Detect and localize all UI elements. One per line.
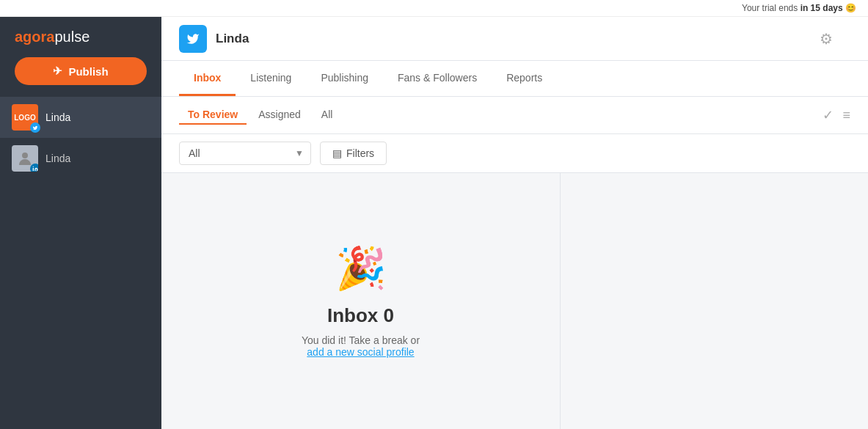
header-top: Linda ⚙ — [161, 17, 868, 61]
inbox-empty-state: 🎉 Inbox 0 You did it! Take a break or ad… — [161, 173, 560, 429]
inbox-filter-row: All ▼ ▤ Filters — [161, 134, 868, 173]
main-header: Linda ⚙ Inbox Listening Publishing Fans … — [161, 17, 868, 97]
check-circle-icon[interactable]: ✓ — [823, 107, 834, 123]
sidebar-accounts: LOGO Linda Linda — [0, 97, 161, 429]
tab-reports[interactable]: Reports — [492, 61, 557, 96]
trial-emoji: 😊 — [845, 3, 856, 13]
publish-label: Publish — [68, 65, 108, 78]
inbox-sub-tabs: To Review Assigned All — [179, 106, 341, 125]
trial-banner: Your trial ends in 15 days 😊 — [0, 0, 868, 17]
inbox-toolbar: To Review Assigned All ✓ ≡ — [161, 97, 868, 134]
tab-publishing[interactable]: Publishing — [306, 61, 383, 96]
twitter-badge — [30, 122, 40, 133]
sidebar-account-linkedin[interactable]: Linda — [0, 138, 161, 179]
sidebar: agorapulse ✈ Publish LOGO Linda — [0, 17, 161, 429]
logo: agorapulse — [15, 29, 90, 45]
main-content: Linda ⚙ Inbox Listening Publishing Fans … — [161, 17, 868, 429]
empty-emoji: 🎉 — [335, 244, 387, 293]
svg-point-0 — [22, 153, 28, 158]
tab-fans-followers[interactable]: Fans & Followers — [383, 61, 492, 96]
profile-twitter-icon — [179, 25, 207, 53]
account-name-twitter: Linda — [45, 111, 70, 123]
profile-name: Linda — [216, 32, 820, 46]
tab-inbox[interactable]: Inbox — [179, 61, 236, 96]
trial-days: in 15 days — [800, 3, 843, 13]
svg-point-1 — [33, 166, 34, 167]
inbox-actions: ✓ ≡ — [823, 107, 850, 123]
list-filter-icon[interactable]: ≡ — [842, 108, 850, 123]
filter-icon: ▤ — [332, 147, 342, 159]
nav-tabs: Inbox Listening Publishing Fans & Follow… — [161, 61, 868, 96]
trial-text: Your trial ends — [742, 3, 800, 13]
subtab-to-review[interactable]: To Review — [179, 106, 247, 125]
account-name-linkedin: Linda — [45, 153, 70, 164]
settings-icon[interactable]: ⚙ — [820, 30, 833, 48]
empty-subtitle: You did it! Take a break or add a new so… — [302, 334, 420, 358]
filters-label: Filters — [346, 147, 374, 159]
subtab-all[interactable]: All — [313, 106, 342, 125]
tab-listening[interactable]: Listening — [236, 61, 306, 96]
avatar-text: LOGO — [14, 114, 35, 122]
avatar-linkedin — [12, 145, 38, 172]
avatar-twitter: LOGO — [12, 104, 38, 131]
empty-title: Inbox 0 — [327, 304, 394, 327]
linkedin-badge — [30, 164, 38, 172]
inbox-body: 🎉 Inbox 0 You did it! Take a break or ad… — [161, 173, 868, 429]
filters-button[interactable]: ▤ Filters — [320, 142, 387, 165]
sidebar-account-twitter[interactable]: LOGO Linda — [0, 97, 161, 138]
publish-icon: ✈ — [53, 65, 62, 78]
empty-text: You did it! Take a break or — [302, 334, 420, 346]
filter-select[interactable]: All — [179, 142, 311, 165]
add-profile-link[interactable]: add a new social profile — [307, 346, 414, 358]
inbox-content: To Review Assigned All ✓ ≡ All ▼ ▤ — [161, 97, 868, 429]
sidebar-logo: agorapulse — [0, 17, 161, 54]
right-panel — [560, 173, 868, 429]
subtab-assigned[interactable]: Assigned — [249, 106, 310, 125]
publish-button[interactable]: ✈ Publish — [15, 57, 147, 85]
filter-select-wrapper: All ▼ — [179, 142, 311, 165]
